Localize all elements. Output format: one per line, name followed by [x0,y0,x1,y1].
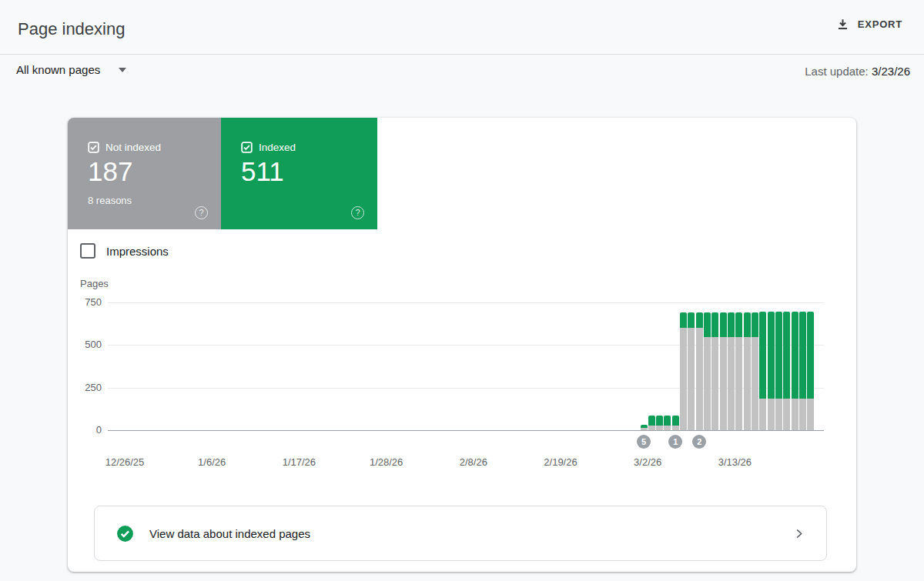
chart-bar-not-indexed-segment [688,328,695,430]
chart-x-tick-label: 2/8/26 [443,456,504,468]
chart-bar [759,312,766,430]
chart-x-tick-label: 1/6/26 [181,456,243,468]
chart-bar-indexed-segment [799,312,806,399]
chart-bar-not-indexed-segment [744,337,751,430]
chart-bar [768,312,775,430]
chart-bar-indexed-segment [656,416,663,426]
chart-bar [720,312,727,430]
help-icon[interactable]: ? [195,206,208,219]
chart-bar [783,312,790,430]
page-scope-dropdown[interactable]: All known pages [16,63,126,76]
chart-bar-not-indexed-segment [696,328,703,430]
chart-bar-indexed-segment [720,312,727,338]
chart-x-tick-label: 3/13/26 [704,456,765,468]
chart-bar-not-indexed-segment [783,399,790,430]
chart-bar-not-indexed-segment [775,399,782,430]
chart-event-badge[interactable]: 1 [668,435,682,449]
chevron-down-icon [119,68,126,72]
chart-y-tick-label: 250 [68,382,102,393]
not-indexed-label: Not indexed [105,142,161,153]
chart-bar-indexed-segment [735,312,742,338]
chart-bar [711,312,718,430]
indexed-label: Indexed [259,142,296,153]
chart-bar [775,312,782,430]
chart-bar-not-indexed-segment [704,337,711,430]
chart-bar-indexed-segment [775,312,782,399]
chart-bar-not-indexed-segment [728,337,735,430]
page-indexing-card: Not indexed 187 8 reasons ? Indexed 511 … [68,118,856,572]
chart-y-tick-label: 500 [68,339,102,350]
chart-bar-indexed-segment [704,312,711,338]
chart-bar-not-indexed-segment [711,337,718,430]
chart-bar-indexed-segment [752,312,758,338]
export-button[interactable]: EXPORT [835,17,902,32]
chart-y-tick-label: 750 [68,296,102,308]
chart-bar-not-indexed-segment [807,399,814,430]
chart-x-tick-label: 3/2/26 [617,456,678,468]
chart-bar [799,312,806,430]
chart-bar-indexed-segment [696,312,703,328]
help-icon[interactable]: ? [351,206,364,219]
chart-event-badge[interactable]: 2 [692,435,706,449]
not-indexed-tile[interactable]: Not indexed 187 8 reasons ? [68,118,221,229]
chart-bar-indexed-segment [688,312,695,328]
checkbox-checked-icon[interactable] [241,142,253,153]
checkbox-checked-icon[interactable] [88,142,99,153]
chart-bar [641,425,648,430]
download-icon [835,17,850,32]
chart-bar-not-indexed-segment [672,426,679,430]
page-title: Page indexing [18,19,125,39]
last-update-date: 3/23/26 [872,65,910,78]
chart-bar-indexed-segment [680,312,687,328]
chart-bar-not-indexed-segment [799,399,806,430]
chart-bar-indexed-segment [711,312,718,338]
chart-gridline [108,345,824,346]
view-indexed-data-label: View data about indexed pages [149,527,792,540]
chart-x-tick-label: 1/28/26 [356,456,417,468]
last-update-label: Last update: [805,65,869,78]
check-circle-icon [116,524,135,543]
chart-x-tick-label: 2/19/26 [530,456,591,468]
impressions-label: Impressions [106,245,169,258]
chart-gridline [108,430,824,431]
chart-bar-not-indexed-segment [752,337,758,430]
indexed-tile[interactable]: Indexed 511 ? [221,118,377,229]
checkbox-unchecked-icon[interactable] [80,243,95,259]
chart-x-tick-label: 12/26/25 [94,456,156,468]
chart-bar [656,416,663,430]
impressions-toggle[interactable]: Impressions [80,243,169,259]
page-header: Page indexing EXPORT [0,0,924,55]
chart-bar-indexed-segment [759,312,766,399]
chart-bar-indexed-segment [648,416,655,426]
chart-bar [735,312,742,430]
chart-event-badge[interactable]: 5 [637,435,651,449]
filter-bar: All known pages Last update: 3/23/26 [0,55,924,88]
view-indexed-data-card[interactable]: View data about indexed pages [94,506,827,561]
page-scope-label: All known pages [16,63,100,76]
indexed-count: 511 [241,156,284,187]
chart-bar-not-indexed-segment [664,426,671,430]
chart-bar [728,312,735,430]
chart-bar-not-indexed-segment [792,399,798,430]
chart-y-axis-title: Pages [80,278,109,289]
chart-bar-not-indexed-segment [735,337,742,430]
chart-bar [752,312,758,430]
chart-bar-not-indexed-segment [720,337,727,430]
chart-bar [648,416,655,430]
chart-x-tick-label: 1/17/26 [268,456,330,468]
chart-bar-not-indexed-segment [759,399,766,430]
chart-bar [744,312,751,430]
chart-bar [680,312,687,430]
last-update: Last update: 3/23/26 [805,65,910,78]
chart-bar [704,312,711,430]
chart-bar-not-indexed-segment [768,399,775,430]
chart-gridline [108,388,824,389]
status-tiles: Not indexed 187 8 reasons ? Indexed 511 … [68,118,377,229]
export-label: EXPORT [858,18,902,30]
chart-bar [807,312,814,430]
chart-bar-indexed-segment [728,312,735,338]
chevron-right-icon[interactable] [792,526,806,541]
chart-bar-indexed-segment [641,425,648,428]
chart-y-tick-label: 0 [68,424,102,436]
not-indexed-count: 187 [88,156,132,187]
